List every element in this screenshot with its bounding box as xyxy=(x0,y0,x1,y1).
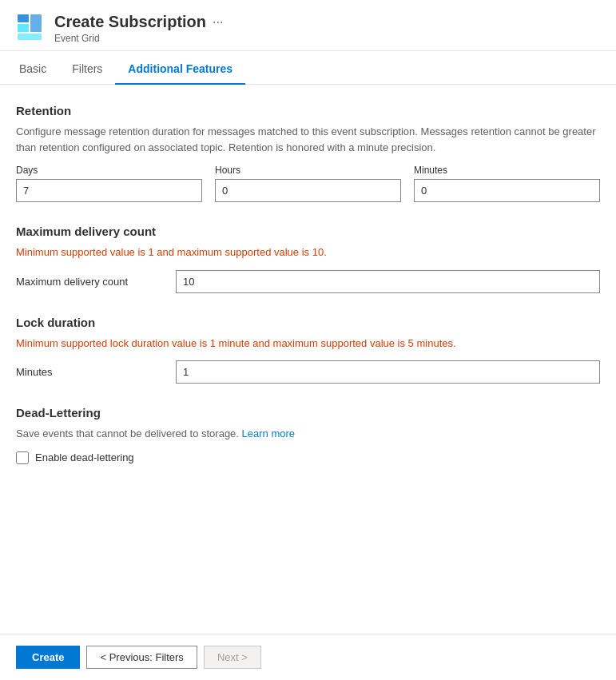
page-title: Create Subscription xyxy=(54,13,206,31)
svg-rect-0 xyxy=(18,14,29,22)
main-content: Retention Configure message retention du… xyxy=(0,85,616,506)
tab-bar: Basic Filters Additional Features xyxy=(0,54,616,85)
minutes-field-group: Minutes xyxy=(414,165,600,202)
delivery-count-label: Maximum delivery count xyxy=(16,276,176,288)
days-field-group: Days xyxy=(16,165,202,202)
enable-dead-lettering-checkbox[interactable] xyxy=(16,451,29,464)
svg-rect-2 xyxy=(30,14,42,32)
dead-lettering-title: Dead-Lettering xyxy=(16,406,600,420)
page-subtitle: Event Grid xyxy=(54,33,223,44)
days-input[interactable] xyxy=(16,179,202,202)
tab-filters[interactable]: Filters xyxy=(59,54,115,85)
lock-duration-field: Minutes xyxy=(16,360,600,384)
create-button[interactable]: Create xyxy=(16,646,80,669)
hours-field-group: Hours xyxy=(215,165,401,202)
delivery-count-field: Maximum delivery count xyxy=(16,270,600,293)
dead-lettering-section: Dead-Lettering Save events that cannot b… xyxy=(16,406,600,464)
enable-dead-lettering-label[interactable]: Enable dead-lettering xyxy=(35,451,134,463)
previous-button[interactable]: < Previous: Filters xyxy=(86,646,197,669)
retention-title: Retention xyxy=(16,104,600,117)
hours-input[interactable] xyxy=(215,179,401,202)
lock-duration-section: Lock duration Minimum supported lock dur… xyxy=(16,316,600,384)
minutes-label: Minutes xyxy=(414,165,600,176)
svg-rect-3 xyxy=(18,34,42,40)
delivery-count-title: Maximum delivery count xyxy=(16,225,600,238)
delivery-count-description: Minimum supported value is 1 and maximum… xyxy=(16,245,600,260)
dead-lettering-description: Save events that cannot be delivered to … xyxy=(16,426,600,442)
delivery-count-section: Maximum delivery count Minimum supported… xyxy=(16,225,600,293)
event-grid-icon xyxy=(16,13,45,42)
lock-duration-title: Lock duration xyxy=(16,316,600,329)
delivery-count-input[interactable] xyxy=(176,270,600,293)
tab-additional-features[interactable]: Additional Features xyxy=(115,54,245,85)
learn-more-link[interactable]: Learn more xyxy=(242,427,295,439)
days-label: Days xyxy=(16,165,202,176)
retention-description: Configure message retention duration for… xyxy=(16,124,600,155)
more-options-icon[interactable]: ··· xyxy=(213,15,223,30)
hours-label: Hours xyxy=(215,165,401,176)
retention-fields-row: Days Hours Minutes xyxy=(16,165,600,202)
enable-dead-lettering-row: Enable dead-lettering xyxy=(16,451,600,464)
footer-bar: Create < Previous: Filters Next > xyxy=(0,634,616,680)
lock-duration-description: Minimum supported lock duration value is… xyxy=(16,336,600,352)
dead-lettering-desc-prefix: Save events that cannot be delivered to … xyxy=(16,427,239,439)
lock-duration-label: Minutes xyxy=(16,366,176,378)
minutes-input[interactable] xyxy=(414,179,600,202)
title-row: Create Subscription ··· xyxy=(54,13,223,31)
tab-basic[interactable]: Basic xyxy=(16,54,59,85)
next-button: Next > xyxy=(204,646,261,669)
header-text-group: Create Subscription ··· Event Grid xyxy=(54,13,223,44)
svg-rect-1 xyxy=(18,24,29,32)
retention-section: Retention Configure message retention du… xyxy=(16,104,600,202)
lock-duration-input[interactable] xyxy=(176,360,600,384)
page-header: Create Subscription ··· Event Grid xyxy=(0,0,616,51)
